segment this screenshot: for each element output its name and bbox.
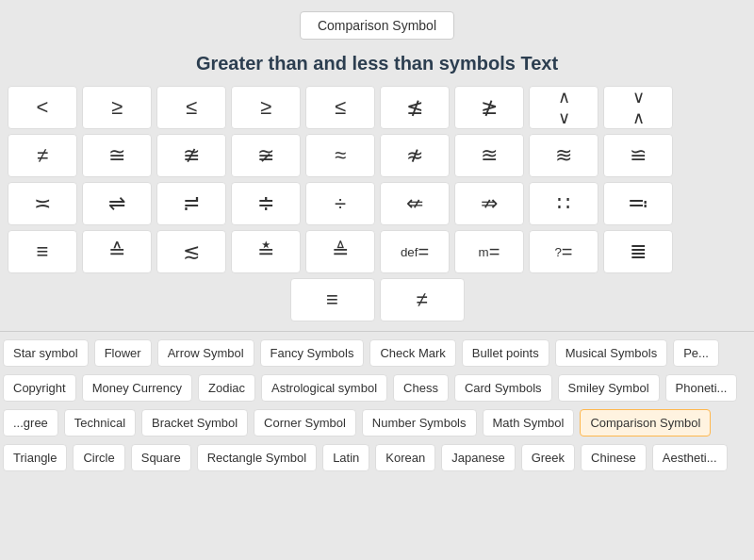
tag-latin[interactable]: Latin (322, 444, 369, 471)
tags-row-4: Triangle Circle Square Rectangle Symbol … (0, 440, 754, 475)
symbol-cell[interactable]: ≌ (603, 134, 673, 177)
tag-flower[interactable]: Flower (94, 339, 152, 367)
symbol-cell[interactable]: def= (380, 230, 450, 273)
symbols-grid: < ≥ ≤ ≥ ≤ ≰ ≱ ∧∨ ∨∧ ≠ ≅ ≇ ≆ ≈ ≉ ≊ ≋ ≌ ≍ … (0, 86, 754, 321)
tag-math-symbol[interactable]: Math Symbol (483, 409, 575, 436)
tag-star-symbol[interactable]: Star symbol (3, 339, 89, 367)
symbol-cell[interactable]: ≍ (8, 182, 77, 225)
symbols-row-4: ≡ ≙ ≲ ≛ ≜ def= m= ?= ≣ (8, 230, 746, 273)
tag-square[interactable]: Square (131, 444, 191, 471)
symbol-cell[interactable]: ≇ (156, 134, 226, 177)
tag-money-currency[interactable]: Money Currency (82, 374, 192, 402)
symbol-cell[interactable]: ≱ (454, 86, 524, 129)
tag-rectangle-symbol[interactable]: Rectangle Symbol (197, 444, 318, 471)
tag-degree[interactable]: ...gree (3, 409, 58, 436)
tags-row-3: ...gree Technical Bracket Symbol Corner … (0, 405, 754, 440)
tags-row-2: Copyright Money Currency Zodiac Astrolog… (0, 371, 754, 405)
tags-row-1: Star symbol Flower Arrow Symbol Fancy Sy… (0, 336, 754, 371)
symbol-cell[interactable]: ≰ (380, 86, 450, 129)
symbol-cell[interactable]: ≲ (156, 230, 226, 273)
symbol-cell[interactable]: ≈ (305, 134, 375, 177)
tag-bullet-points[interactable]: Bullet points (462, 339, 549, 367)
symbol-cell-not-equal[interactable]: ≠ (380, 278, 465, 321)
symbol-cell[interactable]: m= (454, 230, 524, 273)
symbol-cell[interactable]: < (8, 86, 77, 129)
page-title: Greater than and less than symbols Text (0, 53, 754, 74)
symbol-cell[interactable]: ≣ (603, 230, 673, 273)
tag-corner-symbol[interactable]: Corner Symbol (254, 409, 356, 436)
tag-phoneti[interactable]: Phoneti... (665, 374, 738, 402)
tag-chinese[interactable]: Chinese (581, 444, 647, 471)
comparison-symbol-button[interactable]: Comparison Symbol (300, 11, 454, 40)
symbol-cell[interactable]: ≙ (82, 230, 152, 273)
symbol-cell[interactable]: ?= (529, 230, 598, 273)
symbol-cell[interactable]: ≋ (529, 134, 598, 177)
symbol-cell[interactable]: ⇍ (380, 182, 450, 225)
tag-comparison-symbol[interactable]: Comparison Symbol (580, 409, 711, 436)
symbol-cell[interactable]: ≉ (380, 134, 450, 177)
symbol-cell[interactable]: ≆ (231, 134, 301, 177)
symbol-cell[interactable]: ≥ (231, 86, 301, 129)
symbol-cell-triple-bar[interactable]: ≡ (290, 278, 375, 321)
tag-technical[interactable]: Technical (64, 409, 136, 436)
symbol-cell[interactable]: ≤ (305, 86, 375, 129)
tag-smiley-symbol[interactable]: Smiley Symbol (558, 374, 660, 402)
symbol-cell[interactable]: ≛ (231, 230, 301, 273)
symbol-cell[interactable]: ≥ (82, 86, 152, 129)
tag-aesthetic[interactable]: Aestheti... (652, 444, 728, 471)
symbols-row-2: ≠ ≅ ≇ ≆ ≈ ≉ ≊ ≋ ≌ (8, 134, 746, 177)
symbol-cell[interactable]: ÷ (305, 182, 375, 225)
tag-chess[interactable]: Chess (393, 374, 449, 402)
symbol-cell[interactable]: ≡ (8, 230, 77, 273)
symbol-cell[interactable]: ≊ (454, 134, 524, 177)
symbol-cell[interactable]: ∨∧ (603, 86, 673, 129)
tag-triangle[interactable]: Triangle (3, 444, 67, 471)
symbol-cell[interactable]: ∧∨ (529, 86, 598, 129)
tag-arrow-symbol[interactable]: Arrow Symbol (157, 339, 254, 367)
tag-check-mark[interactable]: Check Mark (369, 339, 455, 367)
symbols-row-3: ≍ ⇌ ≓ ≑ ÷ ⇍ ⇏ ∷ ≕ (8, 182, 746, 225)
symbol-cell[interactable]: ≠ (8, 134, 77, 177)
symbol-cell[interactable]: ⇏ (454, 182, 524, 225)
tag-astrological-symbol[interactable]: Astrological symbol (261, 374, 387, 402)
tag-card-symbols[interactable]: Card Symbols (454, 374, 552, 402)
symbol-cell[interactable]: ⇌ (82, 182, 152, 225)
symbol-cell[interactable]: ∷ (529, 182, 598, 225)
tag-pe[interactable]: Pe... (673, 339, 719, 367)
tag-greek[interactable]: Greek (521, 444, 575, 471)
tags-section: Star symbol Flower Arrow Symbol Fancy Sy… (0, 331, 754, 475)
tag-musical-symbols[interactable]: Musical Symbols (555, 339, 668, 367)
symbol-cell[interactable]: ≑ (231, 182, 301, 225)
tag-zodiac[interactable]: Zodiac (198, 374, 255, 402)
symbol-cell[interactable]: ≕ (603, 182, 673, 225)
symbols-row-1: < ≥ ≤ ≥ ≤ ≰ ≱ ∧∨ ∨∧ (8, 86, 746, 129)
symbol-cell[interactable]: ≜ (305, 230, 375, 273)
symbol-cell[interactable]: ≤ (156, 86, 226, 129)
symbol-cell[interactable]: ≓ (156, 182, 226, 225)
tag-bracket-symbol[interactable]: Bracket Symbol (141, 409, 248, 436)
tag-circle[interactable]: Circle (73, 444, 124, 471)
symbol-cell[interactable]: ≅ (82, 134, 152, 177)
tag-fancy-symbols[interactable]: Fancy Symbols (260, 339, 365, 367)
tag-japanese[interactable]: Japanese (441, 444, 515, 471)
symbols-row-bottom: ≡ ≠ (8, 278, 746, 321)
tag-copyright[interactable]: Copyright (3, 374, 76, 402)
tag-number-symbols[interactable]: Number Symbols (362, 409, 477, 436)
tag-korean[interactable]: Korean (375, 444, 435, 471)
